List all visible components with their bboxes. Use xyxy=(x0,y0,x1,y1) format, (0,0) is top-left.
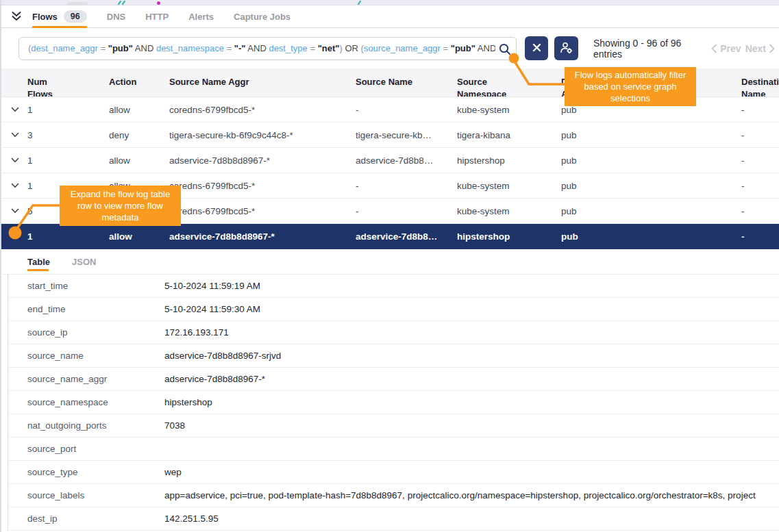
column-header-label: Source Name xyxy=(356,76,412,88)
cell-source-namespace: kube-system xyxy=(457,105,561,115)
column-header-label: Source Name Aggr xyxy=(169,76,249,88)
chevron-right-icon xyxy=(769,44,775,53)
next-button[interactable]: Next xyxy=(745,43,775,54)
table-row[interactable]: 1allowadservice-7d8b8d8967-*adservice-7d… xyxy=(1,224,779,249)
query-token: = xyxy=(227,43,232,53)
row-expand-chevron-icon[interactable] xyxy=(10,157,27,163)
prev-label: Prev xyxy=(720,43,741,54)
row-expand-chevron-icon[interactable] xyxy=(10,132,27,138)
detail-key: source_port xyxy=(27,444,164,454)
column-header: Action xyxy=(109,76,169,97)
table-body: 1allowcoredns-6799fbcd5-*-kube-systempub… xyxy=(1,97,779,249)
column-header: Source Name xyxy=(356,76,457,97)
tab-label: Alerts xyxy=(188,12,214,22)
tab-capture-jobs[interactable]: Capture Jobs xyxy=(234,5,290,27)
row-expand-chevron-icon[interactable] xyxy=(10,233,27,239)
cell-source-name-aggr: coredns-6799fbcd5-* xyxy=(169,206,356,216)
table-row[interactable]: 1allowadservice-7d8b8d8967-*adservice-7d… xyxy=(1,148,779,173)
cell-source-namespace: hipstershop xyxy=(457,231,561,242)
details-tab-json[interactable]: JSON xyxy=(72,249,96,274)
tab-alerts[interactable]: Alerts xyxy=(188,5,214,27)
detail-row: start_time5-10-2024 11:59:19 AM xyxy=(8,275,779,298)
detail-value: 7038 xyxy=(164,420,779,431)
graph-artifact xyxy=(118,1,122,5)
cell-destination-name: - xyxy=(734,206,779,216)
cell-source-name: adservice-7d8b8… xyxy=(356,231,457,242)
detail-value: 5-10-2024 11:59:30 AM xyxy=(164,304,779,314)
filter-bar: (dest_name_aggr = "pub" AND dest_namespa… xyxy=(1,28,779,68)
row-expand-chevron-icon[interactable] xyxy=(10,208,27,214)
cell-num-flows: 1 xyxy=(27,231,109,242)
chevron-left-icon xyxy=(711,44,717,53)
row-expand-chevron-icon[interactable] xyxy=(10,107,27,112)
detail-row: source_namespacehipstershop xyxy=(8,391,779,414)
tooltip-filter-hint: Flow logs automatically filter based on … xyxy=(565,67,696,106)
detail-key: nat_outgoing_ports xyxy=(27,420,164,431)
query-token: OR xyxy=(345,43,358,53)
filter-query-input[interactable]: (dest_name_aggr = "pub" AND dest_namespa… xyxy=(18,37,517,60)
detail-row: source_labelsapp=adservice, pci=true, po… xyxy=(8,484,779,507)
detail-key: source_labels xyxy=(27,490,164,501)
row-details-tabs: Table JSON xyxy=(1,249,779,275)
tab-http[interactable]: HTTP xyxy=(145,5,169,27)
prev-button[interactable]: Prev xyxy=(711,43,741,54)
cell-source-name-aggr: adservice-7d8b8d8967-* xyxy=(169,155,356,166)
detail-value: 5-10-2024 11:59:19 AM xyxy=(164,281,779,291)
details-tab-table[interactable]: Table xyxy=(27,249,50,274)
cell-source-namespace: kube-system xyxy=(457,206,561,216)
column-header: Source Namespace xyxy=(457,76,561,97)
tooltip-expand-hint: Expand the flow log table row to view mo… xyxy=(60,186,181,226)
query-token: "pub" xyxy=(108,43,133,53)
detail-value: 142.251.5.95 xyxy=(164,514,779,524)
query-token: "-" xyxy=(234,43,246,53)
collapse-panel-icon[interactable] xyxy=(11,5,22,27)
close-icon xyxy=(532,43,541,54)
tab-label: HTTP xyxy=(145,12,169,22)
search-icon[interactable] xyxy=(499,43,511,55)
table-row[interactable]: 3denytigera-secure-kb-6f9c9c44c8-*tigera… xyxy=(1,123,779,148)
cell-destination-name: - xyxy=(734,155,779,166)
cell-num-flows: 3 xyxy=(27,130,109,140)
query-token: AND xyxy=(247,43,266,53)
query-token: "pub" xyxy=(451,43,475,53)
cell-action: allow xyxy=(109,231,169,242)
detail-row: nat_outgoing_ports7038 xyxy=(8,414,779,438)
query-token: dest_name_aggr xyxy=(31,43,98,53)
column-header: Destination Name xyxy=(734,76,779,97)
column-header-label: Source Namespace xyxy=(457,76,520,97)
detail-row: source_typewep xyxy=(8,461,779,484)
detail-row: source_name_aggradservice-7d8b8d8967-* xyxy=(8,368,779,391)
tab-flows[interactable]: Flows96 xyxy=(32,5,87,27)
flow-logs-panel: Flows96DNSHTTPAlertsCapture Jobs (dest_n… xyxy=(0,0,779,532)
detail-key: source_name xyxy=(27,351,164,361)
column-header-label: Action xyxy=(109,76,136,88)
query-token: "net" xyxy=(318,43,340,53)
query-token: dest_type xyxy=(269,43,307,53)
cell-destination-name: - xyxy=(734,130,779,140)
row-expand-chevron-icon[interactable] xyxy=(10,183,27,188)
cell-dest-name-aggr: pub xyxy=(561,206,734,216)
cell-destination-name: - xyxy=(734,231,779,242)
tab-dns[interactable]: DNS xyxy=(107,5,125,27)
logs-tabbar: Flows96DNSHTTPAlertsCapture Jobs xyxy=(1,5,779,28)
tab-count-badge: 96 xyxy=(64,10,87,23)
filter-settings-button[interactable] xyxy=(554,36,578,60)
detail-value: app=adservice, pci=true, pod-template-ha… xyxy=(164,490,779,501)
log-tabs: Flows96DNSHTTPAlertsCapture Jobs xyxy=(32,5,310,27)
query-token: = xyxy=(310,43,315,53)
cell-source-name-aggr: tigera-secure-kb-6f9c9c44c8-* xyxy=(169,130,356,140)
cell-destination-name: - xyxy=(734,181,779,191)
detail-key: source_type xyxy=(27,467,164,477)
detail-key: dest_ip xyxy=(27,514,164,524)
clear-filter-button[interactable] xyxy=(525,36,549,60)
user-gear-icon xyxy=(560,41,573,56)
column-header xyxy=(10,76,27,97)
filter-query-text: (dest_name_aggr = "pub" AND dest_namespa… xyxy=(28,43,495,53)
query-token: ) xyxy=(339,43,342,53)
detail-row: end_time5-10-2024 11:59:30 AM xyxy=(8,298,779,321)
graph-artifact xyxy=(157,1,160,5)
cell-source-namespace: kube-system xyxy=(457,181,561,191)
cell-dest-name-aggr: pub xyxy=(561,181,734,191)
graph-artifact xyxy=(122,1,126,5)
cell-source-namespace: tigera-kibana xyxy=(457,130,561,140)
